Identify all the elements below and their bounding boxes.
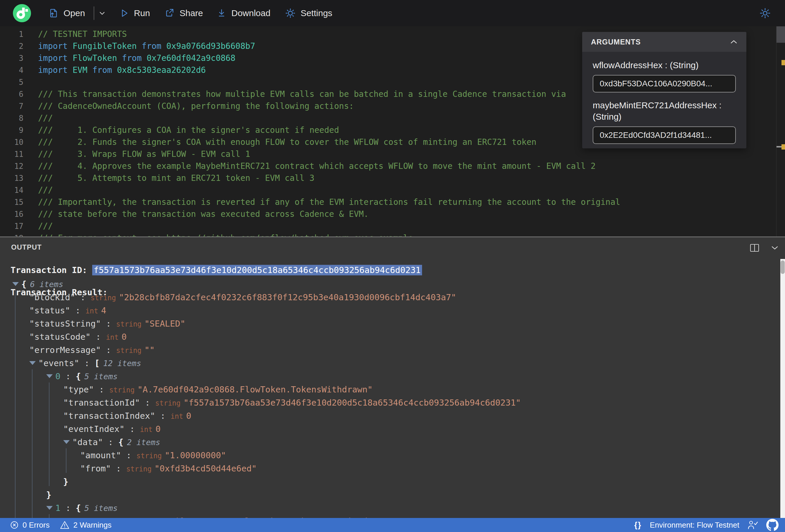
tree-token-colon: : [70, 305, 85, 315]
tree-row: "amount" : string"1.00000000" [0, 449, 773, 462]
line-number: 5 [0, 76, 23, 88]
expand-arrow-icon[interactable] [63, 440, 70, 444]
tree-row: "transactionIndex" : int0 [0, 409, 773, 423]
code-token: /// Importantly, the transaction is reve… [38, 197, 620, 207]
warnings-status[interactable]: 2 Warnings [60, 521, 111, 530]
run-button[interactable]: Run [120, 8, 150, 18]
settings-button[interactable]: Settings [285, 8, 332, 19]
tree-token-typ: int [171, 412, 183, 421]
flow-logo-icon[interactable] [13, 4, 31, 22]
feedback-button[interactable] [748, 520, 758, 530]
tree-token-colon: : [140, 398, 155, 408]
tree-row: "status" : int4 [0, 304, 773, 317]
tree-token-colon: : [94, 384, 109, 395]
tree-token-brace: } [46, 490, 51, 500]
tree-token-items: 5 items [84, 372, 118, 381]
tree-token-key: "blockId" [29, 292, 75, 302]
code-token: /// 1. Configures a COA in the signer's … [38, 125, 339, 135]
tree-token-val: 0 [186, 411, 191, 421]
tree-row: "data" : {2 items [0, 436, 773, 449]
errors-status[interactable]: 0 Errors [10, 521, 49, 530]
expand-arrow-icon[interactable] [46, 374, 53, 378]
tree-row: "statusString" : string"SEALED" [0, 317, 773, 330]
download-button[interactable]: Download [217, 8, 271, 18]
output-scrollbar-thumb[interactable] [781, 260, 785, 274]
person-check-icon [748, 520, 758, 530]
tree-token-colon: : [75, 292, 91, 302]
tree-token-val: "1.00000000" [165, 450, 226, 460]
open-button[interactable]: Open [49, 8, 85, 18]
code-token: /// [38, 185, 53, 195]
tree-token-val: "0xfd3b4cd50d44e6ed" [155, 463, 257, 474]
tree-token-key: "from" [80, 463, 111, 474]
code-token: FungibleToken [73, 41, 137, 51]
line-number: 8 [0, 112, 23, 124]
tree-token-val: "SEALED" [145, 319, 185, 329]
tree-token-brace: } [63, 477, 68, 487]
tree-token-key: "eventIndex" [63, 424, 125, 434]
line-number: 3 [0, 52, 23, 65]
download-icon [217, 8, 227, 18]
tree-token-key: "status" [29, 305, 70, 315]
output-collapse-button[interactable] [771, 245, 779, 251]
output-panel: OUTPUT Transaction ID:f557a1573b76aa53e7… [0, 237, 785, 518]
transaction-id-line: Transaction ID:f557a1573b76aa53e73d46f3e… [10, 264, 422, 276]
theme-toggle-button[interactable] [759, 7, 771, 19]
tree-row: 0 : {5 items [0, 370, 773, 383]
line-number: 2 [0, 41, 23, 52]
github-button[interactable] [766, 519, 779, 531]
tree-token-colon: : [101, 319, 116, 329]
tree-row: "transactionId" : string"f557a1573b76aa5… [0, 396, 773, 409]
code-token: // TESTNET IMPORTS [38, 29, 127, 39]
github-icon [766, 519, 779, 531]
argument-input-wflow[interactable]: 0xd3bF53DAC106A0290B04... [593, 75, 736, 93]
editor-scrollbar-thumb[interactable] [777, 26, 785, 43]
chevron-up-icon [730, 40, 738, 44]
code-line: 13/// 5. Attempts to mint an ERC721 toke… [0, 172, 776, 184]
code-line: 16/// state before the transaction was e… [0, 208, 776, 220]
code-line: 18/// For more context, see https://gith… [0, 232, 776, 236]
tree-token-val: "" [145, 345, 155, 355]
code-token: FlowToken [73, 53, 117, 63]
tree-token-typ: string [126, 465, 152, 473]
tree-token-colon: : [101, 345, 116, 355]
code-token: /// CadenceOwnedAccount (COA), performin… [38, 101, 354, 111]
line-number: 6 [0, 88, 23, 100]
expand-arrow-icon[interactable] [12, 282, 19, 286]
arguments-panel-body: wflowAddressHex : (String) 0xd3bF53DAC10… [582, 52, 746, 144]
code-link[interactable]: https://github.com/onflow/batched-evm-ex… [166, 233, 413, 236]
tree-token-val: "f557a1573b76aa53e73d46f3e10d200d5c18a65… [183, 398, 521, 408]
tree-token-key: "statusCode" [29, 332, 91, 342]
line-number: 9 [0, 124, 23, 136]
tree-token-brace: { [118, 437, 123, 447]
tree-token-colon: : [121, 450, 136, 460]
status-bar-left: 0 Errors 2 Warnings [10, 521, 111, 530]
arguments-collapse-button[interactable] [730, 40, 738, 44]
expand-arrow-icon[interactable] [46, 506, 53, 510]
split-editor-button[interactable] [750, 244, 759, 252]
tree-token-key: "type" [63, 384, 94, 395]
output-panel-title: OUTPUT [11, 243, 42, 251]
tree-token-val: 0 [122, 332, 126, 342]
tree-row: "errorMessage" : string"" [0, 344, 773, 357]
code-token: /// [38, 221, 53, 231]
open-file-icon [49, 8, 58, 18]
tree-token-colon: : [79, 358, 95, 368]
code-line: 11/// 3. Wraps FLOW as WFLOW - EVM call … [0, 148, 776, 160]
expand-arrow-icon[interactable] [29, 361, 36, 365]
tree-token-typ: int [85, 307, 98, 315]
line-number: 16 [0, 208, 23, 220]
argument-label: maybeMintERC721AddressHex : (String) [593, 100, 736, 122]
code-token: /// 3. Wraps FLOW as WFLOW - EVM call 1 [38, 149, 250, 159]
indent-guide [49, 514, 49, 518]
tree-row: "events" : [12 items [0, 357, 773, 370]
run-play-icon [120, 9, 129, 18]
open-dropdown-button[interactable] [98, 10, 106, 17]
tree-token-items: 12 items [103, 359, 142, 368]
tree-row: } [0, 488, 773, 502]
tree-row: {6 items [0, 278, 773, 291]
indent-guide [66, 448, 67, 473]
argument-input-maybemint[interactable]: 0x2E2Ed0Cfd3AD2f1d34481... [593, 126, 736, 144]
code-line: 12/// 4. Approves the example MaybeMintE… [0, 160, 776, 172]
share-button[interactable]: Share [164, 8, 203, 18]
